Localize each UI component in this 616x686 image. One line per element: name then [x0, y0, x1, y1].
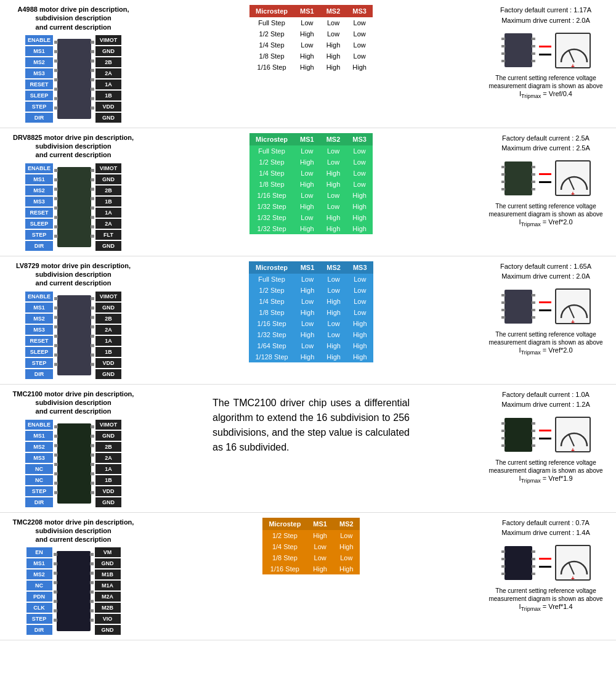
pin-label-right: VIMOT: [95, 420, 121, 430]
pin-label-left: MS1: [25, 431, 53, 441]
pin-label-left: MS1: [25, 174, 53, 184]
wire-connections: [539, 173, 551, 183]
table-row: 1/8 StepLowLow: [262, 552, 359, 563]
svg-rect-129: [505, 546, 532, 580]
svg-line-54: [569, 178, 574, 190]
svg-rect-70: [91, 344, 94, 347]
table-header-cell: MS3: [347, 261, 373, 274]
mid-col-a4988: MicrostepMS1MS2MS3Full StepLowLowLow1/2 …: [144, 5, 478, 123]
pin-label-right: 1A: [95, 464, 121, 474]
voltmeter: +: [555, 417, 591, 452]
black-wire: [539, 566, 551, 568]
svg-rect-121: [90, 553, 94, 556]
pin-label-left: MS1: [25, 46, 53, 56]
pin-label-left: ENABLE: [25, 35, 53, 45]
red-wire: [539, 46, 551, 47]
pin-label-left: ENABLE: [25, 292, 53, 301]
section-a4988: A4988 motor drive pin description, subdi…: [0, 0, 616, 128]
svg-rect-57: [54, 297, 58, 300]
table-cell: Low: [346, 39, 373, 51]
pin-label-left: MS3: [25, 453, 53, 463]
table-cell: Low: [320, 274, 347, 285]
table-cell: 1/16 Step: [249, 190, 294, 201]
svg-rect-98: [91, 472, 94, 475]
pin-label-right: 1B: [95, 197, 121, 206]
pin-label-right: M1B: [95, 570, 121, 579]
table-cell: High: [294, 51, 320, 62]
svg-rect-120: [54, 619, 57, 622]
svg-rect-124: [90, 581, 94, 584]
pin-label-left: DIR: [25, 369, 53, 379]
formula: ITripmax = Vref*2.0: [519, 346, 572, 356]
table-row: 1/4 StepLowHigh: [262, 541, 359, 552]
svg-rect-23: [532, 45, 535, 47]
table-row: 1/16 StepLowLowHigh: [249, 318, 373, 329]
svg-rect-100: [91, 491, 94, 494]
pin-label-left: MS1: [26, 558, 52, 568]
left-col-tmc2208: TMC2208 motor drive pin description, sub…: [2, 518, 144, 635]
circuit-caption: The current setting reference voltage me…: [488, 459, 602, 475]
table-row: 1/2 StepHighLowLow: [249, 285, 373, 296]
pin-label-left: RESET: [25, 80, 53, 89]
table-header-cell: MS3: [346, 5, 373, 17]
table-cell: Low: [294, 190, 320, 201]
table-cell: Full Step: [249, 274, 294, 285]
svg-rect-37: [91, 169, 94, 172]
table-cell: Low: [320, 28, 347, 39]
svg-rect-88: [54, 453, 58, 456]
pin-label-right: 2B: [95, 57, 121, 67]
pin-label-left: MS2: [25, 442, 53, 452]
mid-col-tmc2100: The TMC2100 driver chip uses a different…: [144, 390, 478, 507]
svg-rect-4: [54, 69, 58, 72]
svg-rect-40: [91, 197, 94, 200]
svg-rect-1: [54, 41, 58, 44]
table-cell: 1/32 Step: [249, 201, 294, 212]
table-row: 1/16 StepHighHigh: [262, 563, 359, 574]
svg-rect-0: [57, 39, 91, 119]
table-cell: High: [333, 563, 360, 574]
table-cell: High: [294, 157, 320, 168]
svg-rect-47: [501, 173, 505, 176]
svg-rect-116: [54, 581, 57, 584]
pin-label-right: 2B: [95, 442, 121, 452]
microstep-table-tmc2208: MicrostepMS1MS21/2 StepHighLow1/4 StepLo…: [262, 518, 359, 574]
table-cell: Low: [294, 274, 321, 285]
svg-rect-99: [91, 481, 94, 484]
svg-rect-132: [501, 565, 505, 568]
section-tmc2208: TMC2208 motor drive pin description, sub…: [0, 513, 616, 641]
wire-connections: [539, 430, 551, 439]
table-cell: Low: [346, 51, 373, 62]
table-cell: High: [307, 563, 333, 574]
table-cell: High: [294, 351, 321, 362]
table-cell: High: [320, 296, 347, 307]
svg-rect-20: [501, 52, 505, 55]
table-header-cell: MS1: [294, 5, 320, 17]
pin-label-left: STEP: [25, 358, 53, 368]
table-header-cell: Microstep: [262, 518, 307, 530]
table-row: 1/2 StepHighLowLow: [249, 157, 373, 168]
wire-connections: [539, 301, 551, 311]
svg-rect-13: [91, 78, 94, 81]
formula: ITripmax = Vref*1.4: [519, 603, 572, 612]
table-cell: Low: [320, 201, 347, 212]
svg-rect-2: [54, 50, 58, 53]
table-row: 1/32 StepHighLowHigh: [249, 329, 373, 340]
section-title-a4988: A4988 motor drive pin description, subdi…: [2, 5, 144, 31]
svg-rect-50: [532, 166, 535, 168]
mid-col-lv8729: MicrostepMS1MS2MS3Full StepLowLowLow1/2 …: [144, 261, 478, 379]
table-cell: Full Step: [249, 17, 294, 28]
pin-diagram-drv8825: ENABLEMS1MS2MS3RESETSLEEPSTEPDIRVIMOTGND…: [25, 163, 121, 251]
table-cell: Low: [347, 274, 373, 285]
svg-rect-77: [501, 316, 505, 319]
pin-diagram-tmc2208: ENMS1MS2NCPDNCLKSTEPDIRVMGNDM1BM1AM2AM2B…: [26, 547, 121, 635]
svg-line-110: [569, 434, 574, 446]
svg-rect-104: [501, 437, 505, 439]
svg-rect-66: [91, 306, 94, 309]
pin-label-right: 1B: [95, 475, 121, 485]
pin-label-right: VDD: [95, 102, 121, 112]
circuit-diagram: +: [501, 158, 591, 198]
table-cell: High: [320, 39, 347, 51]
svg-rect-135: [532, 558, 535, 560]
svg-rect-9: [91, 41, 94, 44]
tmc2100-description: The TMC2100 driver chip uses a different…: [206, 390, 416, 461]
